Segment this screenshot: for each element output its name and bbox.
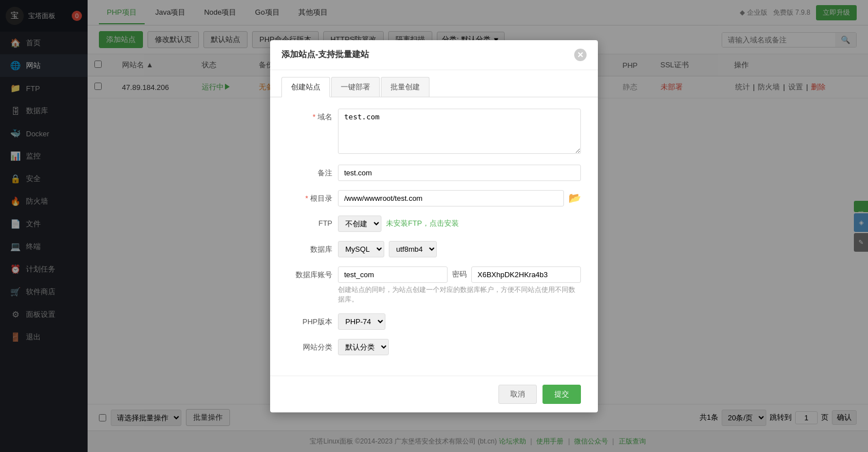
db-password-input[interactable] [471, 266, 581, 283]
remark-control [338, 165, 581, 181]
root-inline: 📂 [338, 190, 581, 206]
remark-input[interactable] [338, 165, 581, 181]
php-version-select[interactable]: PHP-74 [338, 313, 385, 330]
domain-label: 域名 [287, 109, 332, 122]
php-version-row: PHP版本 PHP-74 [287, 313, 581, 330]
db-account-input[interactable] [338, 266, 448, 283]
db-hint: 创建站点的同时，为站点创建一个对应的数据库帐户，方便不同站点使用不同数据库。 [338, 285, 581, 304]
submit-button[interactable]: 提交 [542, 385, 581, 404]
db-account-label: 数据库账号 [287, 266, 332, 280]
dialog-tab-deploy[interactable]: 一键部署 [331, 77, 380, 97]
ftp-control: 不创建 未安装FTP，点击安装 [338, 216, 581, 232]
root-input[interactable] [338, 190, 564, 206]
ftp-row: FTP 不创建 未安装FTP，点击安装 [287, 216, 581, 232]
password-label: 密码 [452, 269, 467, 279]
db-account-row: 数据库账号 密码 创建站点的同时，为站点创建一个对应的数据库帐户，方便不同站点使… [287, 266, 581, 304]
ftp-install-link[interactable]: 未安装FTP，点击安装 [386, 218, 459, 229]
domain-row: 域名 test.com [287, 109, 581, 156]
category-row: 网站分类 默认分类 [287, 339, 581, 355]
category-label: 网站分类 [287, 339, 332, 352]
close-button[interactable]: ✕ [574, 49, 587, 61]
root-control: 📂 [338, 190, 581, 206]
db-type-select[interactable]: MySQL [338, 241, 384, 257]
dialog-header: 添加站点-支持批量建站 ✕ [270, 40, 598, 70]
dialog-body: 域名 test.com 备注 根目录 📂 [270, 97, 598, 376]
database-row: 数据库 MySQL utf8mb4 [287, 241, 581, 257]
domain-control: test.com [338, 109, 581, 156]
domain-input[interactable]: test.com [338, 109, 581, 154]
remark-row: 备注 [287, 165, 581, 181]
category-select[interactable]: 默认分类 [338, 339, 389, 355]
dialog-tabs: 创建站点 一键部署 批量创建 [270, 70, 598, 97]
modal-overlay: 添加站点-支持批量建站 ✕ 创建站点 一键部署 批量创建 域名 test.com [0, 0, 868, 452]
db-charset-select[interactable]: utf8mb4 [389, 241, 437, 257]
database-label: 数据库 [287, 241, 332, 255]
database-control: MySQL utf8mb4 [338, 241, 581, 257]
root-row: 根目录 📂 [287, 190, 581, 206]
ftp-inline: 不创建 未安装FTP，点击安装 [338, 216, 581, 232]
dialog-title: 添加站点-支持批量建站 [281, 49, 369, 60]
db-account-inline: 密码 [338, 266, 581, 283]
cancel-button[interactable]: 取消 [498, 385, 537, 404]
ftp-label: FTP [287, 216, 332, 227]
db-account-control: 密码 创建站点的同时，为站点创建一个对应的数据库帐户，方便不同站点使用不同数据库… [338, 266, 581, 304]
ftp-select[interactable]: 不创建 [338, 216, 381, 232]
php-version-control: PHP-74 [338, 313, 581, 330]
database-inline: MySQL utf8mb4 [338, 241, 581, 257]
category-control: 默认分类 [338, 339, 581, 355]
dialog-tab-create[interactable]: 创建站点 [281, 77, 330, 97]
dialog-tab-batch[interactable]: 批量创建 [381, 77, 429, 97]
dialog-footer: 取消 提交 [270, 376, 598, 412]
remark-label: 备注 [287, 165, 332, 178]
add-site-dialog: 添加站点-支持批量建站 ✕ 创建站点 一键部署 批量创建 域名 test.com [270, 40, 598, 412]
root-label: 根目录 [287, 190, 332, 204]
php-version-label: PHP版本 [287, 313, 332, 327]
folder-icon[interactable]: 📂 [568, 192, 581, 204]
